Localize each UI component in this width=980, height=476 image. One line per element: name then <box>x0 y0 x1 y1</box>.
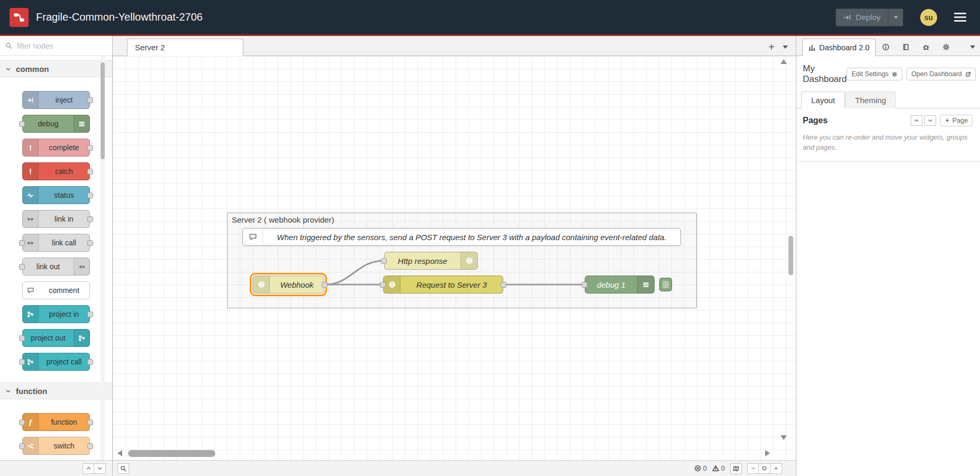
main-menu-button[interactable] <box>954 13 966 22</box>
scroll-right-arrow[interactable] <box>765 450 770 456</box>
scroll-left-arrow[interactable] <box>117 450 122 456</box>
node-port[interactable] <box>87 419 93 425</box>
node-port[interactable] <box>501 282 506 288</box>
add-flow-button[interactable]: + <box>768 42 775 52</box>
tab-theming[interactable]: Theming <box>845 91 896 108</box>
node-port[interactable] <box>87 443 93 449</box>
list-icon <box>637 276 654 293</box>
palette-node-link-in[interactable]: link in <box>22 210 90 228</box>
project-icon <box>23 306 39 323</box>
node-port[interactable] <box>582 282 587 288</box>
node-port[interactable] <box>87 97 93 103</box>
flow-node-http-response[interactable]: Http response <box>384 252 478 270</box>
node-port[interactable] <box>380 282 386 288</box>
inject-icon <box>23 91 39 108</box>
node-port[interactable] <box>19 335 25 341</box>
tab-help[interactable] <box>896 39 916 56</box>
list-icon <box>74 115 89 132</box>
sidebar-tabs-chevron[interactable] <box>969 39 976 56</box>
horizontal-scrollbar-thumb[interactable] <box>128 450 215 457</box>
palette-node-project-out[interactable]: project out <box>22 329 90 347</box>
palette-category-common[interactable]: common <box>0 60 112 77</box>
scroll-up-arrow[interactable] <box>781 59 787 64</box>
node-port[interactable] <box>87 240 93 246</box>
zoom-in-button[interactable]: + <box>770 463 782 474</box>
palette-node-complete[interactable]: complete <box>22 139 90 157</box>
globe-icon <box>384 276 401 293</box>
tab-config[interactable] <box>936 39 956 56</box>
palette-node-debug[interactable]: debug <box>22 115 90 133</box>
flow-tab-server-2[interactable]: Server 2 <box>127 39 243 56</box>
node-port[interactable] <box>19 359 25 365</box>
palette-node-project-in[interactable]: project in <box>22 305 90 323</box>
edit-settings-button[interactable]: Edit Settings <box>847 68 902 80</box>
node-port[interactable] <box>87 193 93 198</box>
node-port[interactable] <box>19 121 25 127</box>
palette-node-status[interactable]: status <box>22 186 90 204</box>
flow-tabbar: Server 2 + <box>113 36 796 56</box>
flow-node-debug-1[interactable]: debug 1 <box>585 276 655 294</box>
plus-icon: + <box>945 117 949 124</box>
palette-scrollbar-thumb[interactable] <box>101 62 105 159</box>
vertical-scrollbar-thumb[interactable] <box>788 236 793 275</box>
flow-node-request-to-server-3[interactable]: Request to Server 3 <box>383 276 503 294</box>
gear-icon <box>942 43 950 51</box>
deploy-options-button[interactable] <box>888 9 903 26</box>
right-sidebar: Dashboard 2.0 <box>796 36 980 476</box>
open-dashboard-button[interactable]: Open Dashboard <box>906 68 975 80</box>
palette-category-function[interactable]: function <box>0 382 112 399</box>
comment-node-text: When triggered by the sensors, send a PO… <box>263 228 680 245</box>
zoom-out-button[interactable]: − <box>747 463 759 474</box>
node-port[interactable] <box>87 216 93 222</box>
debug-toggle-button[interactable] <box>659 278 672 291</box>
flow-list-chevron-icon[interactable] <box>782 44 788 50</box>
search-flows-button[interactable] <box>117 463 129 474</box>
node-port[interactable] <box>19 240 25 246</box>
workspace-title: Fragile-Common-Yellowthroat-2706 <box>36 11 203 23</box>
node-port[interactable] <box>19 264 25 270</box>
zoom-reset-button[interactable] <box>759 463 770 474</box>
project-icon <box>23 353 39 370</box>
node-port[interactable] <box>87 312 93 317</box>
deploy-label: Deploy <box>856 13 881 22</box>
tab-dashboard-2[interactable]: Dashboard 2.0 <box>802 39 876 56</box>
bug-icon <box>922 43 930 51</box>
warning-count[interactable]: 0 <box>712 464 725 472</box>
palette-node-comment[interactable]: comment <box>22 281 90 299</box>
palette-nodes-function: f function switch <box>0 399 112 455</box>
collapse-categories-button[interactable] <box>83 463 94 474</box>
deploy-button[interactable]: Deploy <box>836 8 903 26</box>
move-page-up-button[interactable] <box>911 115 922 126</box>
flow-canvas[interactable]: Server 2 ( webhook provider) When trigge… <box>113 56 796 460</box>
tab-layout[interactable]: Layout <box>801 91 845 108</box>
node-port[interactable] <box>19 443 25 449</box>
palette-node-link-call[interactable]: link call <box>22 234 90 252</box>
flow-node-webhook[interactable]: Webhook <box>252 276 324 294</box>
palette-node-function[interactable]: f function <box>22 413 90 431</box>
palette-node-link-out[interactable]: link out <box>22 258 90 276</box>
node-port[interactable] <box>381 258 387 264</box>
palette-filter-input[interactable] <box>16 41 107 51</box>
node-port[interactable] <box>322 282 328 288</box>
node-port[interactable] <box>19 419 25 425</box>
navigator-button[interactable] <box>730 463 742 474</box>
node-port[interactable] <box>87 145 93 151</box>
expand-categories-button[interactable] <box>94 463 106 474</box>
scroll-down-arrow[interactable] <box>781 435 787 440</box>
comment-node[interactable]: When triggered by the sensors, send a PO… <box>242 228 681 246</box>
add-page-button[interactable]: + Page <box>940 115 973 126</box>
error-count[interactable]: 0 <box>694 464 707 472</box>
move-page-down-button[interactable] <box>924 115 936 126</box>
palette-node-switch[interactable]: switch <box>22 437 90 455</box>
palette-node-inject[interactable]: inject <box>22 91 90 109</box>
tab-debug[interactable] <box>916 39 936 56</box>
palette-node-project-call[interactable]: project call <box>22 353 90 371</box>
node-port[interactable] <box>87 169 93 175</box>
tab-info[interactable] <box>876 39 896 56</box>
user-avatar[interactable]: su <box>920 9 937 26</box>
header-actions: Deploy su <box>836 8 980 26</box>
palette-node-catch[interactable]: catch <box>22 162 90 180</box>
function-icon: f <box>23 414 39 431</box>
info-icon <box>882 43 890 51</box>
node-port[interactable] <box>87 359 93 365</box>
